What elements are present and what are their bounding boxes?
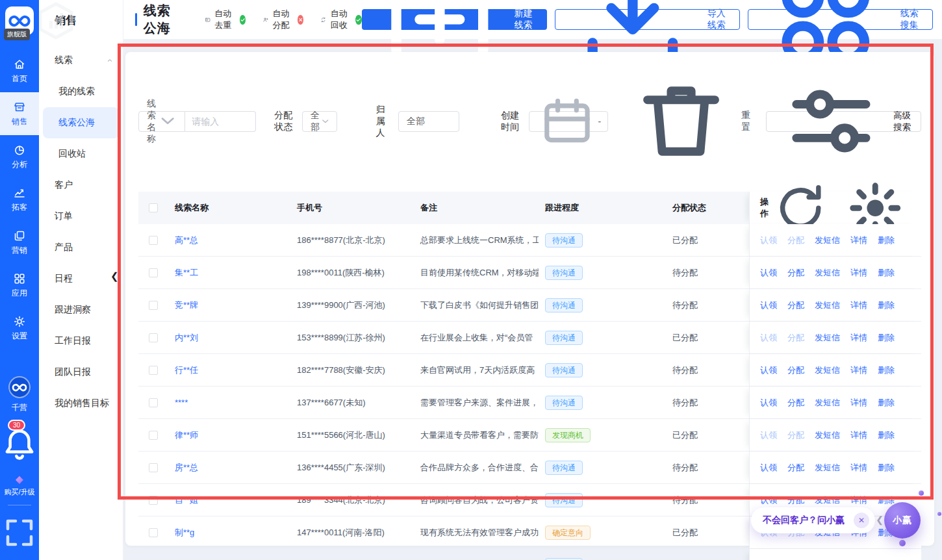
row-checkbox[interactable] <box>149 431 158 440</box>
delete-action[interactable]: 删除 <box>878 235 895 246</box>
notifications-button[interactable]: 30 <box>0 425 39 464</box>
new-lead-button[interactable]: 新建线索 <box>362 9 547 30</box>
assign-action[interactable]: 分配 <box>787 494 804 506</box>
claim-action[interactable]: 认领 <box>760 364 777 376</box>
lead-name-link[interactable]: **** <box>175 398 188 407</box>
reset-filters-button[interactable]: 重置 <box>625 65 752 177</box>
sms-action[interactable]: 发短信 <box>815 462 840 474</box>
keyword-input[interactable] <box>192 116 250 127</box>
lead-name-link[interactable]: 内**刘 <box>175 333 198 342</box>
delete-action[interactable]: 删除 <box>878 299 895 311</box>
toggle-dedupe[interactable]: 自动去重 <box>205 8 246 31</box>
claim-action[interactable]: 认领 <box>760 494 777 506</box>
sidebar-item-4[interactable]: 客户 <box>39 170 123 201</box>
sidebar-item-5[interactable]: 订单 <box>39 201 123 232</box>
collect-leads-button[interactable]: 线索搜集 <box>748 9 933 30</box>
search-field-selector[interactable]: 线索名称 <box>138 111 185 132</box>
row-checkbox[interactable] <box>149 398 158 407</box>
assign-action[interactable]: 分配 <box>787 267 804 279</box>
assign-action[interactable]: 分配 <box>787 429 804 441</box>
assign-status-select[interactable]: 全部 <box>302 111 337 132</box>
row-checkbox[interactable] <box>149 528 158 537</box>
sidebar-item-2[interactable]: 线索公海 <box>43 107 119 138</box>
assign-action[interactable]: 分配 <box>787 397 804 409</box>
lead-name-link[interactable]: 律**师 <box>175 430 198 440</box>
import-leads-button[interactable]: 导入线索 <box>555 9 740 30</box>
lead-name-link[interactable]: 竞**牌 <box>175 300 198 310</box>
claim-action[interactable]: 认领 <box>760 235 777 246</box>
sidebar-item-8[interactable]: 跟进洞察 <box>39 294 123 325</box>
delete-action[interactable]: 删除 <box>878 397 895 409</box>
claim-action[interactable]: 认领 <box>760 267 777 279</box>
sidebar-collapse-handle[interactable]: ❮ <box>110 270 119 282</box>
sms-action[interactable]: 发短信 <box>815 332 840 344</box>
detail-action[interactable]: 详情 <box>850 332 867 344</box>
toggle-recycle[interactable]: 自动回收 <box>320 8 361 31</box>
sidebar-item-1[interactable]: 我的线索 <box>39 76 123 107</box>
advanced-search-button[interactable]: 高级搜索 <box>766 111 921 132</box>
claim-action[interactable]: 认领 <box>760 462 777 474</box>
rail-item-home[interactable]: 首页 <box>0 49 39 92</box>
tooltip-close-button[interactable]: ✕ <box>854 513 869 528</box>
detail-action[interactable]: 详情 <box>850 364 867 376</box>
sidebar-item-9[interactable]: 工作日报 <box>39 325 123 357</box>
rail-item-sales[interactable]: 销售 <box>0 92 39 135</box>
delete-action[interactable]: 删除 <box>878 332 895 344</box>
row-checkbox[interactable] <box>149 366 158 375</box>
delete-action[interactable]: 删除 <box>878 267 895 279</box>
sidebar-item-3[interactable]: 回收站 <box>39 138 123 170</box>
sidebar-item-10[interactable]: 团队日报 <box>39 357 123 388</box>
owner-select[interactable]: 全部 <box>398 111 459 132</box>
detail-action[interactable]: 详情 <box>850 429 867 441</box>
claim-action[interactable]: 认领 <box>760 397 777 409</box>
detail-action[interactable]: 详情 <box>850 299 867 311</box>
sms-action[interactable]: 发短信 <box>815 364 840 376</box>
rail-item-analysis[interactable]: 分析 <box>0 135 39 178</box>
sidebar-item-6[interactable]: 产品 <box>39 232 123 263</box>
assign-action[interactable]: 分配 <box>787 299 804 311</box>
assign-action[interactable]: 分配 <box>787 235 804 246</box>
row-checkbox[interactable] <box>149 301 158 310</box>
lead-name-link[interactable]: 高**总 <box>175 235 198 245</box>
assign-action[interactable]: 分配 <box>787 462 804 474</box>
date-range-picker[interactable]: - <box>529 111 609 132</box>
rail-item-marketing[interactable]: 营销 <box>0 221 39 264</box>
row-checkbox[interactable] <box>149 333 158 342</box>
sidebar-item-11[interactable]: 我的销售目标 <box>39 388 123 419</box>
claim-action[interactable]: 认领 <box>760 332 777 344</box>
sms-action[interactable]: 发短信 <box>815 235 840 246</box>
sidebar-item-0[interactable]: 线索 <box>39 45 123 76</box>
sms-action[interactable]: 发短信 <box>815 494 840 506</box>
lead-name-link[interactable]: 房**总 <box>175 463 198 472</box>
rail-item-settings[interactable]: 设置 <box>0 307 39 350</box>
assistant-avatar-button[interactable]: 小赢 <box>884 502 921 539</box>
lead-name-link[interactable]: 集**工 <box>175 268 198 277</box>
detail-action[interactable]: 详情 <box>850 494 867 506</box>
rail-item-prospect[interactable]: 拓客 <box>0 178 39 221</box>
prev-page-button[interactable]: ❮ <box>876 515 884 525</box>
sms-action[interactable]: 发短信 <box>815 429 840 441</box>
claim-action[interactable]: 认领 <box>760 299 777 311</box>
row-checkbox[interactable] <box>149 496 158 505</box>
qianying-logo[interactable] <box>8 376 31 398</box>
fullscreen-toggle-button[interactable] <box>0 513 39 552</box>
assign-action[interactable]: 分配 <box>787 332 804 344</box>
detail-action[interactable]: 详情 <box>850 462 867 474</box>
toggle-assign-person[interactable]: 自动分配 <box>262 8 303 31</box>
select-all-checkbox[interactable] <box>149 203 158 212</box>
lead-name-link[interactable]: 自**姐 <box>175 495 198 505</box>
sms-action[interactable]: 发短信 <box>815 267 840 279</box>
row-checkbox[interactable] <box>149 236 158 245</box>
delete-action[interactable]: 删除 <box>878 462 895 474</box>
delete-action[interactable]: 删除 <box>878 494 895 506</box>
assign-action[interactable]: 分配 <box>787 364 804 376</box>
row-checkbox[interactable] <box>149 463 158 472</box>
row-checkbox[interactable] <box>149 268 158 277</box>
lead-name-link[interactable]: 行**任 <box>175 365 198 375</box>
sms-action[interactable]: 发短信 <box>815 299 840 311</box>
claim-action[interactable]: 认领 <box>760 429 777 441</box>
lead-name-link[interactable]: 制**g <box>175 528 194 537</box>
rail-item-apps[interactable]: 应用 <box>0 264 39 307</box>
buy-upgrade-button[interactable]: ◆ 购买/升级 <box>4 474 34 497</box>
detail-action[interactable]: 详情 <box>850 235 867 246</box>
